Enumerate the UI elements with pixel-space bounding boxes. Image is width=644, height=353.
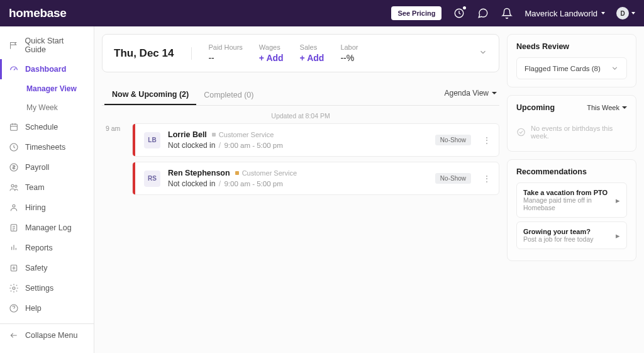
svg-point-4	[11, 184, 14, 187]
sidebar-item-settings[interactable]: Settings	[0, 278, 94, 298]
shift-status-bar	[133, 162, 135, 194]
svg-rect-1	[11, 124, 18, 130]
see-pricing-button[interactable]: See Pricing	[391, 6, 441, 20]
shift-name: Ren Stephenson	[168, 169, 230, 177]
shift-more-button[interactable]: ⋮	[482, 174, 491, 184]
status-badge: No-Show	[435, 173, 471, 184]
sidebar-item-hiring[interactable]: Hiring	[0, 198, 94, 218]
labor-value: --%	[340, 53, 358, 63]
shift-window: 9:00 am - 5:00 pm	[224, 180, 282, 188]
rec-sub: Manage paid time off in Homebase	[523, 196, 616, 211]
chevron-right-icon: ▸	[616, 231, 620, 240]
paid-hours-value: --	[208, 53, 242, 63]
sidebar-item-label: Schedule	[25, 123, 58, 132]
tab-now-upcoming[interactable]: Now & Upcoming (2)	[104, 85, 196, 105]
sidebar-item-dashboard[interactable]: Dashboard	[0, 59, 94, 79]
sidebar-item-label: Safety	[25, 264, 47, 272]
sidebar-item-label: Quick Start Guide	[25, 36, 85, 54]
chevron-down-icon	[622, 106, 627, 109]
sidebar-item-schedule[interactable]: Schedule	[0, 117, 94, 137]
sales-label: Sales	[300, 43, 325, 51]
svg-point-5	[15, 185, 17, 187]
sidebar-sub-my-week[interactable]: My Week	[0, 98, 94, 117]
week-selector[interactable]: This Week	[587, 104, 627, 111]
sidebar-item-quickstart[interactable]: Quick Start Guide	[0, 31, 94, 59]
main-content: Thu, Dec 14 Paid Hours -- Wages + Add Sa…	[94, 26, 644, 353]
shift-role: Customer Service	[212, 131, 274, 138]
check-circle-icon	[516, 127, 526, 137]
sidebar: Quick Start Guide Dashboard Manager View…	[0, 26, 94, 353]
shift-role-text: Customer Service	[219, 131, 274, 138]
shift-window: 9:00 am - 5:00 pm	[224, 142, 282, 149]
rec-sub: Post a job for free today	[523, 235, 593, 243]
wages-add-button[interactable]: + Add	[259, 53, 284, 63]
chevron-down-icon	[611, 64, 619, 72]
shift-card: LB Lorrie Bell Customer Service Not cloc…	[132, 123, 499, 157]
chevron-down-icon	[601, 12, 605, 14]
tab-completed[interactable]: Completed (0)	[196, 86, 261, 104]
sidebar-sub-manager-view[interactable]: Manager View	[5, 79, 89, 98]
rec-title: Growing your team?	[523, 228, 593, 235]
chevron-right-icon: ▸	[616, 196, 620, 205]
summary-expand[interactable]	[479, 48, 487, 59]
time-label: 9 am	[102, 125, 120, 132]
svg-point-6	[13, 205, 15, 207]
avatar: D	[616, 7, 629, 20]
recommendation-item[interactable]: Growing your team? Post a job for free t…	[516, 221, 627, 249]
sidebar-item-team[interactable]: Team	[0, 177, 94, 198]
shift-avatar: RS	[144, 171, 160, 187]
shift-status: Not clocked in	[168, 141, 215, 150]
rec-title: Take a vacation from PTO	[523, 189, 616, 196]
shift-name: Lorrie Bell	[168, 130, 207, 139]
flagged-timecards-button[interactable]: Flagged Time Cards (8)	[516, 57, 627, 79]
chevron-down-icon	[492, 92, 497, 94]
svg-point-9	[13, 287, 15, 289]
sidebar-item-reports[interactable]: Reports	[0, 238, 94, 258]
username-text: Maverick Landworld	[525, 9, 597, 18]
summary-card: Thu, Dec 14 Paid Hours -- Wages + Add Sa…	[102, 34, 499, 72]
labor-label: Labor	[340, 43, 358, 51]
svg-point-11	[518, 128, 525, 135]
role-dot	[235, 171, 239, 175]
bell-icon[interactable]	[501, 7, 513, 20]
role-dot	[212, 133, 216, 137]
sidebar-item-help[interactable]: Help	[0, 298, 94, 318]
user-menu[interactable]: Maverick Landworld	[525, 9, 605, 18]
sidebar-item-label: Timesheets	[25, 143, 65, 152]
sidebar-item-label: Manager Log	[25, 223, 72, 232]
logo: homebase	[9, 6, 67, 20]
flagged-label: Flagged Time Cards (8)	[525, 65, 601, 72]
week-selector-label: This Week	[587, 104, 619, 111]
sidebar-item-label: Team	[25, 183, 45, 192]
sidebar-item-payroll[interactable]: Payroll	[0, 157, 94, 177]
shift-card: RS Ren Stephenson Customer Service Not c…	[132, 162, 499, 195]
needs-review-panel: Needs Review Flagged Time Cards (8)	[507, 34, 636, 87]
sidebar-item-label: Reports	[25, 244, 53, 252]
shift-avatar: LB	[144, 132, 160, 148]
messages-icon[interactable]	[477, 7, 489, 20]
panel-title: Needs Review	[516, 42, 627, 51]
upcoming-empty: No events or birthdays this week.	[516, 122, 627, 143]
sales-add-button[interactable]: + Add	[300, 53, 325, 63]
sidebar-item-timesheets[interactable]: Timesheets	[0, 137, 94, 157]
collapse-menu-button[interactable]: Collapse Menu	[0, 323, 94, 345]
shift-status: Not clocked in	[168, 179, 215, 188]
recommendation-item[interactable]: Take a vacation from PTO Manage paid tim…	[516, 182, 627, 218]
updated-at: Updated at 8:04 PM	[102, 112, 499, 120]
sidebar-item-label: Hiring	[25, 203, 46, 212]
view-selector-label: Agenda View	[445, 89, 489, 98]
shift-more-button[interactable]: ⋮	[482, 135, 491, 145]
summary-date: Thu, Dec 14	[114, 47, 192, 60]
clock-icon[interactable]	[453, 7, 465, 20]
shift-status-bar	[133, 124, 135, 156]
sidebar-item-safety[interactable]: Safety	[0, 258, 94, 278]
sidebar-item-managerlog[interactable]: Manager Log	[0, 218, 94, 238]
avatar-menu[interactable]: D	[616, 7, 635, 20]
status-badge: No-Show	[435, 135, 471, 145]
view-selector[interactable]: Agenda View	[445, 89, 497, 101]
topbar-right: See Pricing Maverick Landworld D	[391, 6, 635, 20]
shift-role-text: Customer Service	[242, 169, 297, 177]
panel-title: Recommendations	[516, 167, 627, 176]
upcoming-empty-text: No events or birthdays this week.	[531, 125, 627, 140]
recommendations-panel: Recommendations Take a vacation from PTO…	[507, 159, 636, 261]
